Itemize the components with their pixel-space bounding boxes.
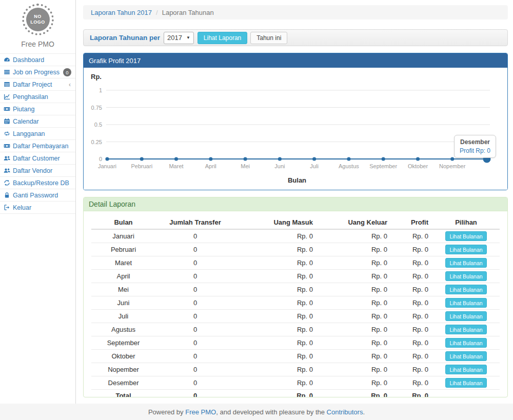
logo-text-line2: LOGO (30, 19, 45, 25)
cell-jumlah-transfer: 0 (155, 363, 235, 376)
sidebar-item-job-on-progress[interactable]: Job on Progress0 (0, 66, 75, 78)
lihat-bulanan-button[interactable]: Lihat Bulanan (445, 245, 486, 254)
table-row-nopember: Nopember0Rp. 0Rp. 0Rp. 0Lihat Bulanan (91, 363, 500, 376)
lihat-bulanan-button[interactable]: Lihat Bulanan (445, 258, 486, 268)
cell-jumlah-transfer: 0 (155, 243, 235, 256)
lihat-bulanan-button[interactable]: Lihat Bulanan (445, 378, 486, 388)
sidebar-item-daftar-project[interactable]: Daftar Project‹ (0, 78, 75, 91)
svg-text:Juli: Juli (310, 163, 319, 169)
lihat-bulanan-button[interactable]: Lihat Bulanan (445, 271, 486, 281)
svg-text:Agustus: Agustus (339, 163, 359, 169)
count-badge: 0 (63, 68, 71, 76)
calendar-icon (4, 118, 10, 125)
footer-link-contributors[interactable]: Contributors (327, 408, 363, 416)
sidebar-item-label: Keluar (13, 204, 31, 211)
svg-text:Pebruari: Pebruari (131, 163, 153, 169)
svg-text:Januari: Januari (98, 163, 116, 169)
cell-pilihan: Lihat Bulanan (432, 283, 500, 296)
sidebar-item-label: Daftar Pembayaran (13, 143, 68, 150)
cell-uang-masuk: Rp. 0 (235, 350, 317, 363)
table-row-januari: Januari0Rp. 0Rp. 0Rp. 0Lihat Bulanan (91, 229, 500, 243)
cell-pilihan: Lihat Bulanan (432, 350, 500, 363)
table-header-row: Bulan Jumlah Transfer Uang Masuk Uang Ke… (91, 216, 500, 229)
cell-jumlah-transfer: 0 (155, 256, 235, 270)
cell-bulan: Oktober (91, 350, 155, 363)
lihat-bulanan-button[interactable]: Lihat Bulanan (445, 231, 486, 241)
total-empty-cell (432, 390, 500, 398)
tooltip-value: Profit Rp: 0 (460, 147, 490, 154)
cell-uang-masuk: Rp. 0 (235, 310, 317, 323)
sidebar-item-keluar[interactable]: Keluar (0, 202, 75, 214)
cell-uang-masuk: Rp. 0 (235, 376, 317, 390)
lihat-laporan-button[interactable]: Lihat Laporan (198, 32, 247, 44)
logo: NO LOGO Free PMO (0, 0, 75, 48)
sidebar-item-label: Job on Progress (13, 69, 60, 76)
cell-pilihan: Lihat Bulanan (432, 363, 500, 376)
cell-profit: Rp. 0 (391, 256, 432, 270)
sidebar-menu: DashboardJob on Progress0Daftar Project‹… (0, 53, 75, 214)
cell-jumlah-transfer: 0 (155, 310, 235, 323)
free-pmo-app: NO LOGO Free PMO DashboardJob on Progres… (0, 0, 513, 420)
breadcrumb-link[interactable]: Laporan Tahun 2017 (91, 9, 152, 16)
lihat-bulanan-button[interactable]: Lihat Bulanan (445, 285, 486, 294)
table-row-desember: Desember0Rp. 0Rp. 0Rp. 0Lihat Bulanan (91, 376, 500, 390)
svg-text:Maret: Maret (169, 163, 183, 169)
sidebar-item-label: Dashboard (13, 56, 44, 64)
cell-uang-keluar: Rp. 0 (317, 350, 391, 363)
year-select[interactable]: 2017 ▼ (164, 32, 194, 44)
year-filter-panel: Laporan Tahunan per 2017 ▼ Lihat Laporan… (83, 29, 508, 46)
cell-pilihan: Lihat Bulanan (432, 376, 500, 390)
sidebar: NO LOGO Free PMO DashboardJob on Progres… (0, 0, 76, 404)
cell-pilihan: Lihat Bulanan (432, 310, 500, 323)
sidebar-item-backup-restore-db[interactable]: Backup/Restore DB (0, 177, 75, 189)
footer-text-prefix: Powered by (148, 408, 184, 416)
lihat-bulanan-button[interactable]: Lihat Bulanan (445, 351, 486, 361)
lihat-bulanan-button[interactable]: Lihat Bulanan (445, 311, 486, 321)
cell-pilihan: Lihat Bulanan (432, 243, 500, 256)
total-masuk: Rp. 0 (235, 390, 317, 398)
sidebar-item-calendar[interactable]: Calendar (0, 115, 75, 128)
detail-laporan-panel: Detail Laporan Bulan Jumlah Transfer Uan… (83, 197, 508, 397)
col-bulan: Bulan (91, 216, 155, 229)
cell-profit: Rp. 0 (391, 243, 432, 256)
col-uang-keluar: Uang Keluar (317, 216, 391, 229)
breadcrumb-current: Laporan Tahunan (162, 9, 214, 16)
cell-bulan: Pebruari (91, 243, 155, 256)
table-row-juli: Juli0Rp. 0Rp. 0Rp. 0Lihat Bulanan (91, 310, 500, 323)
lihat-bulanan-button[interactable]: Lihat Bulanan (445, 365, 486, 374)
breadcrumb: Laporan Tahun 2017 / Laporan Tahunan (83, 5, 508, 19)
lihat-bulanan-button[interactable]: Lihat Bulanan (445, 338, 486, 348)
cell-jumlah-transfer: 0 (155, 270, 235, 283)
sidebar-item-label: Penghasilan (13, 93, 48, 101)
profit-chart-panel: Grafik Profit 2017 Rp.00.250.50.751Janua… (83, 53, 508, 190)
sidebar-item-penghasilan[interactable]: Penghasilan (0, 91, 75, 103)
cell-uang-masuk: Rp. 0 (235, 336, 317, 350)
cell-uang-masuk: Rp. 0 (235, 323, 317, 336)
cell-pilihan: Lihat Bulanan (432, 256, 500, 270)
cell-bulan: Juni (91, 296, 155, 310)
refresh-icon (4, 179, 10, 186)
cell-bulan: Januari (91, 229, 155, 243)
lihat-bulanan-button[interactable]: Lihat Bulanan (445, 325, 486, 334)
sidebar-item-daftar-customer[interactable]: Daftar Customer (0, 152, 75, 165)
footer-text-middle: , and developed with pleasure by the (216, 408, 325, 416)
chevron-down-icon: ▼ (186, 35, 190, 40)
cell-uang-keluar: Rp. 0 (317, 363, 391, 376)
tahun-ini-button[interactable]: Tahun ini (250, 32, 287, 44)
footer-link-free-pmo[interactable]: Free PMO (185, 408, 216, 416)
total-keluar: Rp. 0 (317, 390, 391, 398)
sidebar-item-piutang[interactable]: Piutang (0, 103, 75, 115)
lihat-bulanan-button[interactable]: Lihat Bulanan (445, 298, 486, 308)
col-profit: Profit (391, 216, 432, 229)
sidebar-item-label: Calendar (13, 118, 39, 125)
sidebar-item-daftar-vendor[interactable]: Daftar Vendor (0, 165, 75, 177)
sidebar-item-dashboard[interactable]: Dashboard (0, 54, 75, 66)
sidebar-item-label: Langganan (13, 130, 45, 137)
sidebar-item-label: Backup/Restore DB (13, 179, 69, 187)
cell-uang-keluar: Rp. 0 (317, 283, 391, 296)
sidebar-item-ganti-password[interactable]: Ganti Password (0, 189, 75, 202)
sidebar-item-daftar-pembayaran[interactable]: Daftar Pembayaran (0, 140, 75, 152)
sidebar-item-langganan[interactable]: Langganan (0, 128, 75, 140)
cell-uang-keluar: Rp. 0 (317, 229, 391, 243)
cell-pilihan: Lihat Bulanan (432, 296, 500, 310)
